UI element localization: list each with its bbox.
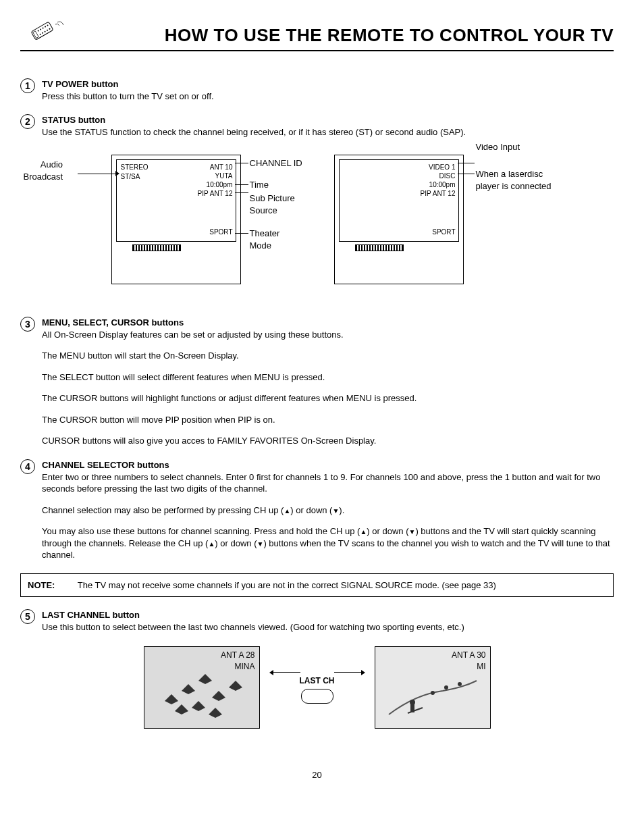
status-diagram-left: AudioBroadcast STEREOST/SA ANT 10 YUTA 1… [24, 155, 307, 296]
osd-sport: SPORT [209, 228, 232, 237]
section-number: 1 [20, 78, 35, 93]
last-ch-label: LAST CH [300, 675, 335, 686]
note-text: The TV may not receive some channels if … [78, 580, 496, 590]
svg-point-10 [47, 29, 49, 31]
osd-overlay: ANT A 28MINA [221, 650, 254, 671]
section-desc: Use the STATUS function to check the cha… [42, 127, 466, 137]
down-arrow-icon: ▼ [257, 540, 263, 549]
svg-point-26 [444, 685, 448, 689]
label-channel-id: CHANNEL ID [250, 157, 302, 170]
section-desc: Use this button to select between the la… [42, 622, 464, 632]
svg-point-7 [39, 33, 41, 35]
status-diagram-row: AudioBroadcast STEREOST/SA ANT 10 YUTA 1… [20, 155, 614, 296]
section-para-scan: You may also use these buttons for chann… [42, 525, 614, 561]
osd-overlay: ANT A 30MI [452, 650, 485, 671]
section-title: LAST CHANNEL button [42, 610, 140, 620]
down-arrow-icon: ▼ [408, 527, 415, 537]
page-title: HOW TO USE THE REMOTE TO CONTROL YOUR TV [81, 24, 614, 47]
svg-point-8 [42, 32, 44, 34]
section-tv-power: 1 TV POWER button Press this button to t… [20, 78, 614, 102]
section-channel-selector: 4 CHANNEL SELECTOR buttons Enter two or … [20, 459, 614, 561]
tv-image-planes: ANT A 28MINA [144, 646, 260, 729]
section-para: CURSOR buttons will also give you acces … [42, 435, 614, 447]
svg-point-25 [431, 691, 435, 695]
page-number: 20 [20, 769, 614, 781]
svg-point-5 [45, 26, 47, 28]
up-arrow-icon: ▲ [284, 506, 290, 516]
arrow-right-icon [334, 672, 361, 673]
label-sub-picture: Sub PictureSource [250, 192, 295, 216]
svg-point-22 [410, 700, 415, 705]
label-time: Time [250, 179, 269, 191]
page-header: HOW TO USE THE REMOTE TO CONTROL YOUR TV [20, 20, 614, 47]
label-laserdisc: When a laserdiscplayer is connected [476, 168, 552, 192]
section-number: 5 [20, 609, 35, 624]
section-para: The CURSOR button will move PIP position… [42, 414, 614, 426]
section-menu-select-cursor: 3 MENU, SELECT, CURSOR buttons All On-Sc… [20, 317, 614, 447]
section-last-channel: 5 LAST CHANNEL button Use this button to… [20, 609, 614, 633]
svg-point-9 [44, 30, 46, 32]
tv-screen: VIDEO 1 DISC 10:00pm PIP ANT 12 SPORT [339, 159, 459, 242]
note-box: NOTE: The TV may not receive some channe… [20, 573, 614, 598]
last-ch-button[interactable] [301, 689, 333, 704]
osd-yuta: YUTA [215, 172, 233, 181]
tv-outline: VIDEO 1 DISC 10:00pm PIP ANT 12 SPORT [334, 155, 464, 284]
section-number: 4 [20, 459, 35, 474]
section-para: The SELECT button will select different … [42, 371, 614, 384]
svg-rect-0 [31, 22, 53, 40]
last-channel-diagram: ANT A 28MINA LAST CH ANT A 30MI [20, 646, 614, 729]
osd-video1: VIDEO 1 [429, 163, 455, 172]
osd-time: 10:00pm [429, 180, 456, 190]
svg-point-3 [40, 28, 42, 30]
tv-screen: STEREOST/SA ANT 10 YUTA 10:00pm PIP ANT … [116, 159, 236, 242]
label-theater-mode: TheaterMode [250, 228, 280, 251]
osd-sport: SPORT [432, 228, 455, 237]
section-title: STATUS button [42, 115, 105, 125]
svg-point-4 [42, 27, 44, 29]
tv-progress-bar [132, 244, 181, 251]
section-desc: Press this button to turn the TV set on … [42, 91, 214, 101]
section-number: 2 [20, 114, 35, 129]
status-diagram-right: VIDEO 1 DISC 10:00pm PIP ANT 12 SPORT Vi… [327, 155, 611, 296]
label-video-input: Video Input [476, 141, 520, 153]
label-audio-broadcast: AudioBroadcast [24, 159, 63, 182]
section-para-ch-up-down: Channel selection may also be performed … [42, 504, 614, 517]
section-title: CHANNEL SELECTOR buttons [42, 460, 169, 470]
last-ch-button-group: LAST CH [273, 672, 361, 704]
osd-ant: ANT 10 [210, 163, 233, 172]
tv-outline: STEREOST/SA ANT 10 YUTA 10:00pm PIP ANT … [111, 155, 241, 284]
section-desc: Enter two or three numbers to select cha… [42, 472, 600, 494]
svg-point-2 [37, 30, 39, 32]
section-para: The CURSOR buttons will highlight functi… [42, 392, 614, 405]
osd-pip: PIP ANT 12 [198, 189, 233, 199]
section-title: TV POWER button [42, 79, 118, 89]
section-status: 2 STATUS button Use the STATUS function … [20, 114, 614, 138]
remote-control-icon [20, 20, 68, 47]
section-para: The MENU button will start the On-Screen… [42, 350, 614, 362]
tv-progress-bar [355, 244, 404, 251]
arrow-left-icon [273, 672, 300, 673]
title-rule [20, 50, 614, 51]
osd-time: 10:00pm [207, 180, 233, 190]
up-arrow-icon: ▲ [208, 540, 215, 549]
osd-disc: DISC [439, 172, 456, 181]
section-desc: All On-Screen Display features can be se… [42, 330, 344, 340]
osd-pip: PIP ANT 12 [421, 189, 456, 199]
up-arrow-icon: ▲ [360, 527, 367, 537]
section-number: 3 [20, 317, 35, 332]
note-label: NOTE: [28, 580, 55, 590]
svg-point-6 [47, 24, 49, 26]
tv-image-skier: ANT A 30MI [375, 646, 491, 729]
down-arrow-icon: ▼ [332, 506, 339, 516]
svg-point-27 [458, 682, 462, 686]
section-title: MENU, SELECT, CURSOR buttons [42, 317, 184, 328]
svg-point-11 [49, 28, 51, 30]
